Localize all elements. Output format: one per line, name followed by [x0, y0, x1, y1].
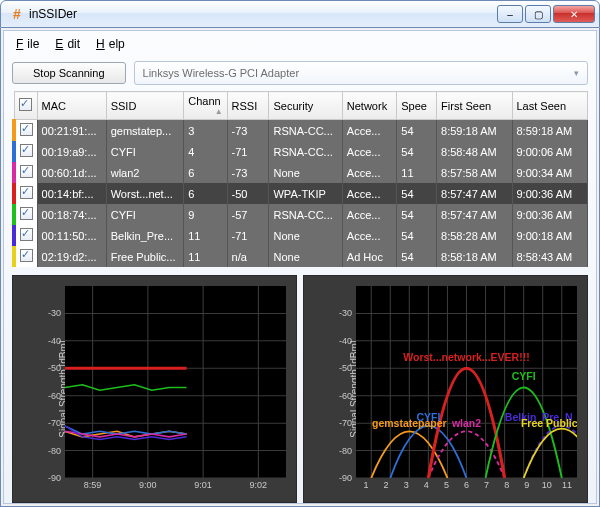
menu-bar: File Edit Help [12, 35, 588, 53]
table-row[interactable]: 00:21:91:...gemstatep...3-73RSNA-CC...Ac… [14, 120, 588, 142]
table-row[interactable]: 00:60:1d:...wlan26-73NoneAcce...118:57:5… [14, 162, 588, 183]
title-bar: # inSSIDer – ▢ ✕ [0, 0, 600, 28]
menu-help[interactable]: Help [92, 35, 133, 53]
table-row[interactable]: 02:19:d2:...Free Public...11n/aNoneAd Ho… [14, 246, 588, 267]
col-spee[interactable]: Spee [397, 92, 437, 120]
svg-text:wlan2: wlan2 [451, 418, 481, 429]
window-title: inSSIDer [29, 7, 497, 21]
checkbox-icon[interactable] [20, 123, 33, 136]
svg-text:Free Public WiFi: Free Public WiFi [521, 418, 577, 429]
col-chann[interactable]: Chann▲ [184, 92, 227, 120]
channel-chart: Signal Strength [dBm] -30-40-50-60-70-80… [303, 275, 588, 503]
svg-text:Worst...network...EVER!!!: Worst...network...EVER!!! [403, 352, 529, 363]
col-ssid[interactable]: SSID [106, 92, 184, 120]
col-security[interactable]: Security [269, 92, 342, 120]
maximize-button[interactable]: ▢ [525, 5, 551, 23]
checkbox-icon[interactable] [20, 228, 33, 241]
adapter-label: Linksys Wireless-G PCI Adapter [143, 67, 300, 79]
menu-edit[interactable]: Edit [51, 35, 88, 53]
close-button[interactable]: ✕ [553, 5, 595, 23]
table-row[interactable]: 00:19:a9:...CYFI4-71RSNA-CC...Acce...548… [14, 141, 588, 162]
menu-file[interactable]: File [12, 35, 47, 53]
col-checkbox[interactable] [14, 92, 37, 120]
chevron-down-icon: ▾ [574, 68, 579, 78]
col-firstseen[interactable]: First Seen [437, 92, 512, 120]
checkbox-icon[interactable] [20, 165, 33, 178]
table-header-row: MACSSIDChann▲RSSISecurityNetworkSpeeFirs… [14, 92, 588, 120]
checkbox-icon[interactable] [20, 249, 33, 262]
checkbox-icon[interactable] [20, 207, 33, 220]
checkbox-icon[interactable] [20, 186, 33, 199]
scan-button[interactable]: Stop Scanning [12, 62, 126, 84]
col-mac[interactable]: MAC [37, 92, 106, 120]
col-network[interactable]: Network [342, 92, 396, 120]
adapter-dropdown[interactable]: Linksys Wireless-G PCI Adapter ▾ [134, 61, 588, 85]
checkbox-icon[interactable] [20, 144, 33, 157]
table-row[interactable]: 00:14:bf:...Worst...net...6-50WPA-TKIPAc… [14, 183, 588, 204]
svg-text:CYFI: CYFI [512, 371, 536, 382]
col-rssi[interactable]: RSSI [227, 92, 269, 120]
col-lastseen[interactable]: Last Seen [512, 92, 588, 120]
svg-text:CYFI: CYFI [416, 412, 440, 423]
checkbox-icon[interactable] [19, 98, 32, 111]
app-icon: # [9, 6, 25, 22]
time-chart: Signal Strength [dBm] -30-40-50-60-70-80… [12, 275, 297, 503]
minimize-button[interactable]: – [497, 5, 523, 23]
networks-table: MACSSIDChann▲RSSISecurityNetworkSpeeFirs… [12, 91, 588, 267]
table-row[interactable]: 00:11:50:...Belkin_Pre...11-71NoneAcce..… [14, 225, 588, 246]
table-row[interactable]: 00:18:74:...CYFI9-57RSNA-CC...Acce...548… [14, 204, 588, 225]
